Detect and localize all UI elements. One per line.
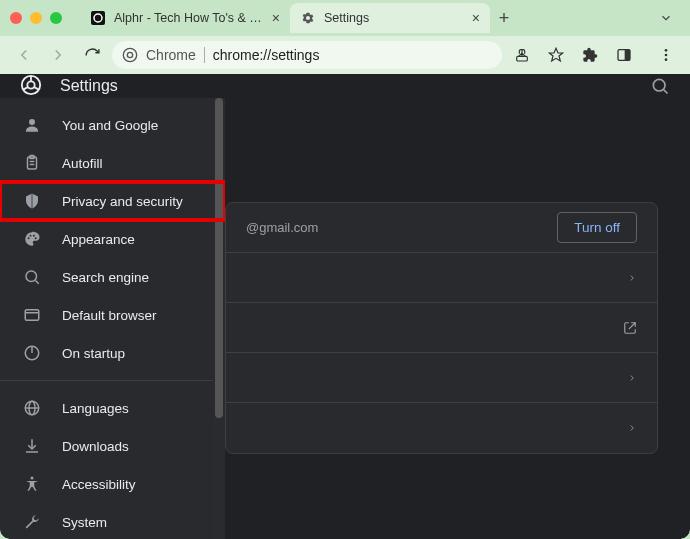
chevron-right-icon bbox=[627, 273, 637, 283]
import-bookmarks-row[interactable] bbox=[226, 403, 657, 453]
sidebar-separator bbox=[0, 380, 225, 381]
sidebar-item-accessibility[interactable]: Accessibility bbox=[0, 465, 225, 503]
svg-point-8 bbox=[665, 49, 668, 52]
svg-point-2 bbox=[123, 48, 136, 61]
window-titlebar: Alphr - Tech How To's & Guides × Setting… bbox=[0, 0, 690, 36]
share-button[interactable] bbox=[508, 41, 536, 69]
forward-button[interactable] bbox=[44, 41, 72, 69]
sidebar-item-autofill[interactable]: Autofill bbox=[0, 144, 225, 182]
sidebar-item-label: Autofill bbox=[62, 156, 103, 171]
browser-toolbar: Chrome chrome://settings bbox=[0, 36, 690, 74]
sidebar-item-label: Languages bbox=[62, 401, 129, 416]
close-tab-icon[interactable]: × bbox=[472, 10, 480, 26]
sidebar-item-search-engine[interactable]: Search engine bbox=[0, 258, 225, 296]
svg-point-26 bbox=[35, 237, 37, 239]
sidebar-item-default-browser[interactable]: Default browser bbox=[0, 296, 225, 334]
clipboard-icon bbox=[22, 153, 42, 173]
settings-header: Settings bbox=[0, 74, 690, 98]
close-tab-icon[interactable]: × bbox=[272, 10, 280, 26]
svg-marker-5 bbox=[549, 48, 562, 61]
settings-sidebar: You and Google Autofill Privacy and secu… bbox=[0, 98, 225, 539]
scrollbar-thumb[interactable] bbox=[215, 98, 223, 418]
tab-title: Alphr - Tech How To's & Guides bbox=[114, 11, 264, 25]
sidebar-item-label: Downloads bbox=[62, 439, 129, 454]
svg-point-25 bbox=[33, 235, 35, 237]
close-window-button[interactable] bbox=[10, 12, 22, 24]
sidebar-item-label: System bbox=[62, 515, 107, 530]
settings-title: Settings bbox=[60, 77, 634, 95]
search-icon bbox=[22, 267, 42, 287]
sidebar-item-downloads[interactable]: Downloads bbox=[0, 427, 225, 465]
sidebar-item-privacy-and-security[interactable]: Privacy and security bbox=[0, 182, 225, 220]
svg-point-23 bbox=[28, 237, 30, 239]
new-tab-button[interactable]: + bbox=[490, 4, 518, 32]
back-button[interactable] bbox=[10, 41, 38, 69]
sidebar-item-label: Accessibility bbox=[62, 477, 136, 492]
svg-point-16 bbox=[653, 79, 665, 91]
sidebar-item-you-and-google[interactable]: You and Google bbox=[0, 106, 225, 144]
traffic-lights bbox=[10, 12, 62, 24]
sidebar-scrollbar[interactable] bbox=[213, 98, 225, 539]
svg-line-15 bbox=[34, 87, 39, 90]
external-link-icon bbox=[623, 321, 637, 335]
tab-settings[interactable]: Settings × bbox=[290, 3, 490, 33]
svg-line-17 bbox=[664, 90, 668, 94]
sync-services-row[interactable] bbox=[226, 253, 657, 303]
chrome-logo-icon bbox=[20, 74, 44, 98]
sidebar-item-label: You and Google bbox=[62, 118, 158, 133]
svg-point-10 bbox=[665, 58, 668, 61]
url-prefix: Chrome bbox=[146, 47, 196, 63]
minimize-window-button[interactable] bbox=[30, 12, 42, 24]
power-icon bbox=[22, 343, 42, 363]
turn-off-sync-button[interactable]: Turn off bbox=[557, 212, 637, 243]
sync-card: @gmail.com Turn off bbox=[225, 202, 658, 454]
download-icon bbox=[22, 436, 42, 456]
search-settings-button[interactable] bbox=[650, 76, 670, 96]
accessibility-icon bbox=[22, 474, 42, 494]
browser-icon bbox=[22, 305, 42, 325]
settings-favicon-icon bbox=[300, 10, 316, 26]
svg-line-14 bbox=[23, 87, 28, 90]
svg-rect-4 bbox=[517, 56, 528, 61]
sidebar-item-languages[interactable]: Languages bbox=[0, 389, 225, 427]
sidebar-item-label: Search engine bbox=[62, 270, 149, 285]
globe-icon bbox=[22, 398, 42, 418]
palette-icon bbox=[22, 229, 42, 249]
svg-point-9 bbox=[665, 54, 668, 57]
sidebar-item-label: Privacy and security bbox=[62, 194, 183, 209]
bookmark-button[interactable] bbox=[542, 41, 570, 69]
alphr-favicon-icon bbox=[90, 10, 106, 26]
wrench-icon bbox=[22, 512, 42, 532]
address-bar[interactable]: Chrome chrome://settings bbox=[112, 41, 502, 69]
sidebar-item-appearance[interactable]: Appearance bbox=[0, 220, 225, 258]
sidebar-item-label: On startup bbox=[62, 346, 125, 361]
menu-button[interactable] bbox=[652, 41, 680, 69]
sidebar-item-on-startup[interactable]: On startup bbox=[0, 334, 225, 372]
chevron-right-icon bbox=[627, 373, 637, 383]
url-text: chrome://settings bbox=[213, 47, 320, 63]
sidebar-item-label: Default browser bbox=[62, 308, 157, 323]
tab-title: Settings bbox=[324, 11, 464, 25]
svg-point-27 bbox=[26, 271, 37, 282]
tab-alphr[interactable]: Alphr - Tech How To's & Guides × bbox=[80, 3, 290, 33]
svg-rect-7 bbox=[625, 50, 630, 61]
settings-app: Settings You and Google Autofill Privacy… bbox=[0, 74, 690, 539]
svg-point-38 bbox=[31, 477, 34, 480]
customize-profile-row[interactable] bbox=[226, 353, 657, 403]
zoom-window-button[interactable] bbox=[50, 12, 62, 24]
url-divider bbox=[204, 47, 205, 63]
side-panel-button[interactable] bbox=[610, 41, 638, 69]
svg-point-24 bbox=[30, 235, 32, 237]
tab-overflow-button[interactable] bbox=[652, 4, 680, 32]
shield-icon bbox=[22, 191, 42, 211]
person-icon bbox=[22, 115, 42, 135]
svg-rect-29 bbox=[25, 310, 39, 321]
extensions-button[interactable] bbox=[576, 41, 604, 69]
reload-button[interactable] bbox=[78, 41, 106, 69]
sync-account-row[interactable]: @gmail.com Turn off bbox=[226, 203, 657, 253]
svg-point-18 bbox=[29, 119, 35, 125]
sidebar-item-system[interactable]: System bbox=[0, 503, 225, 539]
manage-account-row[interactable] bbox=[226, 303, 657, 353]
svg-line-28 bbox=[35, 280, 38, 283]
tab-strip: Alphr - Tech How To's & Guides × Setting… bbox=[80, 0, 644, 36]
